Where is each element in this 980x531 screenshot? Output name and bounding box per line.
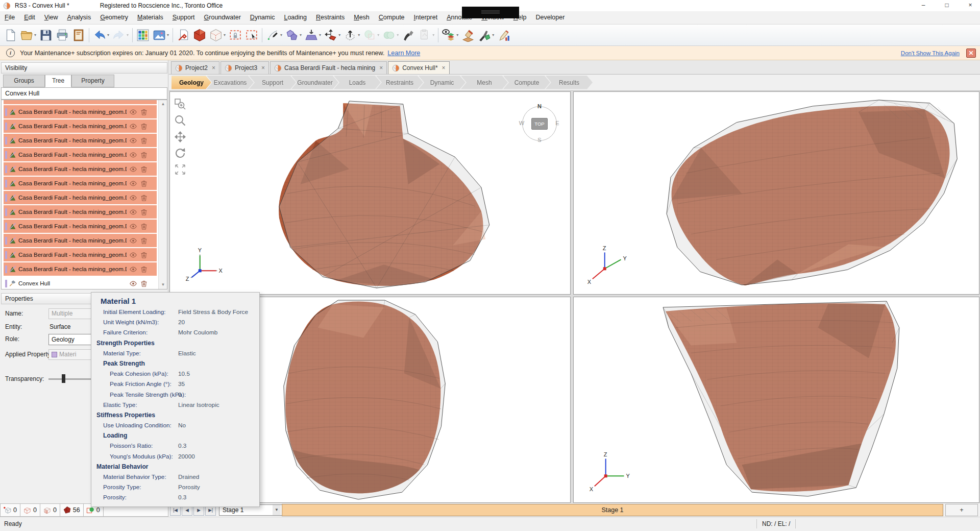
trash-icon[interactable] — [140, 137, 148, 144]
document-tab-1[interactable]: Project3× — [220, 61, 269, 74]
tab-property[interactable]: Property — [71, 75, 114, 87]
print-button[interactable] — [54, 27, 70, 44]
tree-item[interactable]: Casa Berardi Fault - hecla mining_geom.D — [4, 248, 157, 261]
chevron-down-icon[interactable]: ▾ — [224, 33, 226, 37]
tab-tree[interactable]: Tree — [45, 75, 71, 87]
screenshot-button[interactable]: ▾ — [151, 27, 170, 44]
tree-item[interactable]: Casa Berardi Fault - hecla mining_geom.D — [4, 220, 157, 233]
menu-dynamic[interactable]: Dynamic — [246, 11, 280, 24]
eye-icon[interactable] — [129, 280, 137, 287]
viewport-top[interactable]: Y X Z N E S W TOP — [169, 91, 571, 295]
close-icon[interactable]: × — [212, 64, 215, 71]
close-icon[interactable]: × — [442, 64, 446, 71]
new-file-button[interactable] — [2, 27, 18, 44]
solid-view-button[interactable] — [191, 27, 208, 44]
menu-developer[interactable]: Developer — [531, 11, 569, 24]
menu-compute[interactable]: Compute — [374, 11, 409, 24]
move-tool-button[interactable]: ▾ — [323, 27, 342, 44]
tree-item[interactable]: Casa Berardi Fault - hecla mining_geom.D — [4, 262, 157, 276]
compass-east[interactable]: E — [554, 120, 561, 126]
eye-icon[interactable] — [129, 180, 137, 187]
viewports-grid-button[interactable] — [135, 27, 151, 44]
zoom-extents-icon[interactable] — [174, 98, 186, 110]
expand-icon[interactable] — [174, 163, 186, 176]
tree-item[interactable]: Casa Berardi Fault - hecla mining_geom.D — [4, 119, 157, 133]
menu-mesh[interactable]: Mesh — [349, 11, 374, 24]
scroll-up-icon[interactable]: ▲ — [159, 100, 167, 108]
zoom-icon[interactable] — [174, 114, 186, 127]
add-stage-button[interactable]: + — [945, 504, 978, 516]
trash-icon[interactable] — [140, 208, 148, 216]
eye-icon[interactable] — [129, 237, 137, 245]
eye-icon[interactable] — [129, 108, 137, 116]
learn-more-link[interactable]: Learn More — [387, 50, 420, 57]
trash-icon[interactable] — [140, 266, 148, 273]
selection-crossing-button[interactable] — [243, 27, 260, 44]
tree-scrollbar[interactable]: ▲ ▼ — [158, 100, 167, 289]
minimize-button[interactable]: – — [912, 0, 935, 11]
chevron-down-icon[interactable]: ▾ — [300, 33, 302, 37]
menu-view[interactable]: View — [40, 11, 63, 24]
close-button[interactable]: × — [959, 0, 980, 11]
chevron-down-icon[interactable]: ▾ — [358, 33, 360, 37]
document-tab-2[interactable]: Casa Berardi Fault - hecla mining× — [270, 61, 387, 74]
trash-icon[interactable] — [140, 151, 148, 159]
chevron-down-icon[interactable]: ▾ — [456, 33, 458, 37]
workflow-tab-loads[interactable]: Loads — [334, 76, 381, 89]
menu-groundwater[interactable]: Groundwater — [200, 11, 246, 24]
sweep-tool-button[interactable] — [400, 27, 416, 44]
chevron-down-icon[interactable]: ▾ — [319, 33, 321, 37]
menu-restraints[interactable]: Restraints — [311, 11, 349, 24]
tree-item[interactable]: Casa Berardi Fault - hecla mining_geom.D — [4, 148, 157, 161]
menu-materials[interactable]: Materials — [133, 11, 168, 24]
tree-item-convex-hull[interactable]: Convex Hull — [4, 277, 157, 289]
role-dropdown[interactable]: Geology — [48, 334, 92, 345]
menu-support[interactable]: Support — [168, 11, 200, 24]
tree-item[interactable]: Casa Berardi Fault - hecla mining_geom.D — [4, 162, 157, 176]
applied-property-field[interactable]: Materi — [48, 349, 92, 360]
trash-icon[interactable] — [140, 180, 148, 187]
tree-item[interactable]: Casa Berardi Fault - hecla mining_geom.D — [4, 105, 157, 118]
stage-tab[interactable]: Stage 1 — [282, 504, 943, 516]
workflow-tab-compute[interactable]: Compute — [503, 76, 550, 89]
menu-edit[interactable]: Edit — [19, 11, 40, 24]
workflow-tab-groundwater[interactable]: Groundwater — [291, 76, 338, 89]
dismiss-link[interactable]: Don't Show This Again — [901, 50, 960, 56]
edit-stages-button[interactable] — [496, 27, 512, 44]
document-tab-0[interactable]: Project2× — [171, 61, 219, 74]
divide-tool-button[interactable]: ▾ — [476, 27, 496, 44]
trash-icon[interactable] — [140, 123, 148, 130]
close-icon[interactable]: × — [379, 64, 383, 71]
menu-interpret[interactable]: Interpret — [409, 11, 443, 24]
tree-item[interactable]: Casa Berardi Fault - hecla mining_geom.D — [4, 234, 157, 247]
viewport-perspective[interactable]: Z Y X — [573, 91, 979, 295]
wireframe-view-button[interactable]: ▾ — [208, 27, 227, 44]
menu-analysis[interactable]: Analysis — [63, 11, 96, 24]
trash-icon[interactable] — [140, 237, 148, 245]
eye-icon[interactable] — [129, 223, 137, 230]
trash-icon[interactable] — [140, 165, 148, 173]
open-file-button[interactable]: ▾ — [18, 27, 38, 44]
compass-south[interactable]: S — [536, 137, 543, 143]
eye-icon[interactable] — [129, 123, 137, 130]
tree-item[interactable]: Casa Berardi Fault - hecla mining_geom.D — [4, 134, 157, 147]
workflow-tab-dynamic[interactable]: Dynamic — [419, 76, 465, 89]
report-button[interactable] — [70, 27, 87, 44]
viewport-side[interactable]: Z Y X — [573, 297, 979, 503]
visibility-tool-button[interactable]: ▾ — [440, 27, 460, 44]
chevron-down-icon[interactable]: ▾ — [492, 33, 494, 37]
chevron-down-icon[interactable]: ▾ — [280, 33, 282, 37]
trash-icon[interactable] — [140, 108, 148, 116]
compass-west[interactable]: W — [518, 120, 525, 126]
compass-north[interactable]: N — [536, 103, 543, 109]
eye-icon[interactable] — [129, 137, 137, 144]
workflow-tab-support[interactable]: Support — [249, 76, 296, 89]
undo-button[interactable]: ▾ — [91, 27, 111, 44]
selection-window-button[interactable] — [227, 27, 243, 44]
workflow-tab-mesh[interactable]: Mesh — [461, 76, 508, 89]
rotate-icon[interactable] — [174, 147, 186, 159]
menu-geometry[interactable]: Geometry — [95, 11, 133, 24]
extrude-tool-button[interactable]: ▾ — [342, 27, 361, 44]
polyline-tool-button[interactable]: ▾ — [264, 27, 284, 44]
eye-icon[interactable] — [129, 165, 137, 173]
